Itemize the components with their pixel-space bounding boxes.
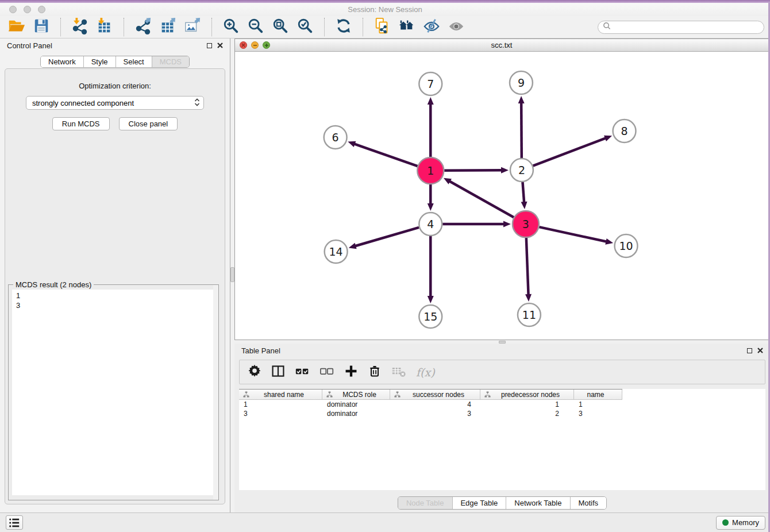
mcds-panel: Optimization criterion: strongly connect… <box>5 68 225 504</box>
window-titlebar[interactable]: Session: New Session <box>0 3 770 16</box>
search-field[interactable] <box>598 21 764 34</box>
cell-shared-name[interactable]: 3 <box>239 409 322 418</box>
create-column-button[interactable] <box>344 364 358 380</box>
network-maximize-button[interactable] <box>263 41 270 49</box>
export-image-button[interactable] <box>183 17 202 37</box>
close-panel-icon[interactable] <box>217 40 223 51</box>
tab-edge-table[interactable]: Edge Table <box>452 497 506 509</box>
tab-network-table[interactable]: Network Table <box>506 497 569 509</box>
float-table-panel-icon[interactable] <box>747 348 752 353</box>
delete-table-button <box>391 364 406 380</box>
memory-button[interactable]: Memory <box>716 516 765 530</box>
zoom-selected-region-button[interactable] <box>295 17 315 37</box>
control-panel-header: Control Panel <box>0 38 230 52</box>
zoom-in-button[interactable] <box>221 17 241 37</box>
network-window-title: scc.txt <box>235 41 768 49</box>
cell-mcds-role[interactable]: dominator <box>322 400 390 409</box>
first-neighbors-button[interactable] <box>397 17 417 37</box>
cell-shared-name[interactable]: 1 <box>239 400 322 409</box>
criterion-select[interactable]: strongly connected component <box>26 96 204 110</box>
column-header-shared-name[interactable]: shared name <box>239 390 322 399</box>
window-minimize-button[interactable] <box>24 6 31 13</box>
window-top-border <box>0 0 770 3</box>
column-header-successor-nodes[interactable]: successor nodes <box>390 390 480 399</box>
cell-predecessor-nodes[interactable]: 1 <box>480 400 574 409</box>
delete-columns-button[interactable] <box>368 364 382 380</box>
tab-motifs[interactable]: Motifs <box>569 497 606 509</box>
first-neighbors-icon <box>398 17 415 37</box>
edge-1-2[interactable] <box>444 170 502 171</box>
toolbar-separator <box>60 18 61 36</box>
cell-predecessor-nodes[interactable]: 2 <box>480 409 574 418</box>
graph-node-label: 14 <box>329 245 343 258</box>
table-row[interactable]: 3dominator323 <box>239 409 622 418</box>
tab-network[interactable]: Network <box>41 56 83 67</box>
network-canvas[interactable]: 7968124314101511 <box>235 52 768 340</box>
cell-name[interactable]: 1 <box>574 400 622 409</box>
edge-2-3[interactable] <box>522 182 524 203</box>
cell-successor-nodes[interactable]: 4 <box>390 400 480 409</box>
control-panel: Control Panel NetworkStyleSelectMCDS Opt… <box>0 38 230 512</box>
save-session-button[interactable] <box>32 17 51 37</box>
panel-menu-button[interactable] <box>6 515 23 530</box>
close-table-panel-icon[interactable] <box>757 345 763 356</box>
import-table-button[interactable] <box>95 17 114 37</box>
tab-style[interactable]: Style <box>83 56 116 67</box>
export-table-button[interactable] <box>158 17 178 37</box>
hide-selected-button[interactable] <box>422 17 441 37</box>
cell-mcds-role[interactable]: dominator <box>322 409 390 418</box>
table-panel-title: Table Panel <box>241 346 280 355</box>
zoom-in-icon <box>222 17 240 37</box>
clone-network-button[interactable] <box>372 17 392 37</box>
tab-select[interactable]: Select <box>116 56 152 67</box>
column-label: name <box>574 391 622 399</box>
window-zoom-button[interactable] <box>38 6 45 13</box>
network-graph[interactable]: 7968124314101511 <box>235 52 768 340</box>
network-minimize-button[interactable] <box>251 41 259 49</box>
tab-mcds[interactable]: MCDS <box>152 56 189 67</box>
column-sort-icon <box>243 391 249 398</box>
open-session-button[interactable] <box>7 17 26 37</box>
column-sort-icon <box>484 391 491 398</box>
mcds-result-list[interactable]: 13 <box>12 290 214 495</box>
import-network-button[interactable] <box>70 17 90 37</box>
vertical-splitter-handle[interactable] <box>230 267 234 282</box>
window-close-button[interactable] <box>9 6 17 13</box>
network-close-button[interactable] <box>240 41 247 49</box>
float-panel-icon[interactable] <box>207 43 212 48</box>
horizontal-splitter-handle[interactable] <box>499 341 506 344</box>
tab-node-table[interactable]: Node Table <box>398 497 452 509</box>
control-panel-tabs: NetworkStyleSelectMCDS <box>40 56 190 68</box>
column-header-mcds-role[interactable]: MCDS role <box>322 390 390 399</box>
edge-2-8[interactable] <box>533 138 606 165</box>
edge-2-9[interactable] <box>521 102 522 158</box>
deselect-all-button[interactable] <box>319 364 334 380</box>
cell-name[interactable]: 3 <box>574 409 622 418</box>
search-input[interactable] <box>613 21 764 33</box>
column-header-predecessor-nodes[interactable]: predecessor nodes <box>480 390 574 399</box>
vertical-splitter[interactable] <box>230 38 234 512</box>
column-header-name[interactable]: name <box>574 390 622 399</box>
table-row[interactable]: 1dominator411 <box>239 400 622 409</box>
close-panel-button[interactable]: Close panel <box>119 117 178 130</box>
edge-3-10[interactable] <box>539 227 607 242</box>
network-window-titlebar[interactable]: scc.txt <box>235 39 768 52</box>
select-all-icon <box>295 364 310 380</box>
cell-successor-nodes[interactable]: 3 <box>390 409 480 418</box>
edge-1-6[interactable] <box>354 144 418 166</box>
edge-3-11[interactable] <box>526 238 529 295</box>
zoom-fit-content-button[interactable] <box>271 17 290 37</box>
run-mcds-button[interactable]: Run MCDS <box>52 117 110 130</box>
edge-4-14[interactable] <box>355 228 419 246</box>
table-tabs: Node TableEdge TableNetwork TableMotifs <box>398 496 607 510</box>
select-all-button[interactable] <box>295 364 310 380</box>
apply-preferred-layout-button[interactable] <box>334 17 353 37</box>
zoom-out-button[interactable] <box>246 17 265 37</box>
result-scrollbar[interactable] <box>213 285 218 500</box>
edge-3-1[interactable] <box>449 181 514 217</box>
show-hidden-button[interactable] <box>446 17 466 37</box>
toolbar-separator <box>363 18 363 36</box>
table-settings-button[interactable] <box>248 364 261 380</box>
export-network-button[interactable] <box>133 17 153 37</box>
show-columns-button[interactable] <box>271 364 285 380</box>
